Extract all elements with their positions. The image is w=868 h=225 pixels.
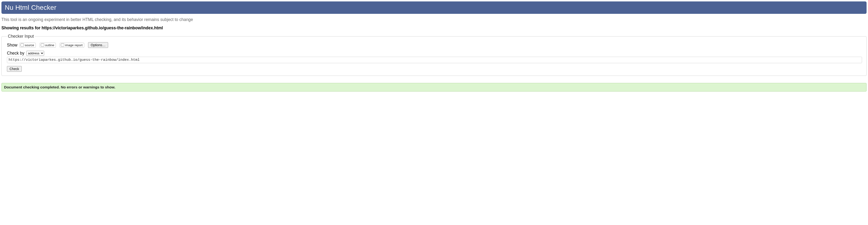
check-by-select[interactable]: address bbox=[26, 51, 44, 56]
check-by-row: Check by address bbox=[7, 51, 862, 56]
outline-checkbox[interactable] bbox=[41, 43, 44, 47]
image-report-checkbox-wrap[interactable]: image report bbox=[60, 43, 84, 48]
outline-checkbox-label: outline bbox=[45, 43, 54, 47]
result-banner: Document checking completed. No errors o… bbox=[1, 83, 867, 91]
header-banner: Nu Html Checker bbox=[1, 1, 867, 14]
results-heading: Showing results for https://victoriapark… bbox=[1, 26, 867, 31]
checker-input-fieldset: Checker Input Show source outline image … bbox=[1, 34, 867, 76]
check-row: Check bbox=[7, 66, 862, 72]
source-checkbox-wrap[interactable]: source bbox=[19, 43, 36, 48]
url-input[interactable] bbox=[7, 57, 862, 63]
show-row: Show source outline image report Options… bbox=[7, 42, 862, 48]
source-checkbox-label: source bbox=[25, 43, 34, 47]
outline-checkbox-wrap[interactable]: outline bbox=[40, 43, 56, 48]
source-checkbox[interactable] bbox=[21, 43, 24, 47]
check-button[interactable]: Check bbox=[7, 66, 22, 72]
image-report-checkbox[interactable] bbox=[61, 43, 64, 47]
intro-text: This tool is an ongoing experiment in be… bbox=[1, 17, 867, 22]
show-label: Show bbox=[7, 43, 18, 48]
check-by-label: Check by bbox=[7, 51, 24, 56]
page-title: Nu Html Checker bbox=[5, 4, 863, 11]
options-button[interactable]: Options… bbox=[88, 42, 108, 48]
checker-input-legend: Checker Input bbox=[7, 34, 35, 39]
image-report-checkbox-label: image report bbox=[65, 43, 83, 47]
